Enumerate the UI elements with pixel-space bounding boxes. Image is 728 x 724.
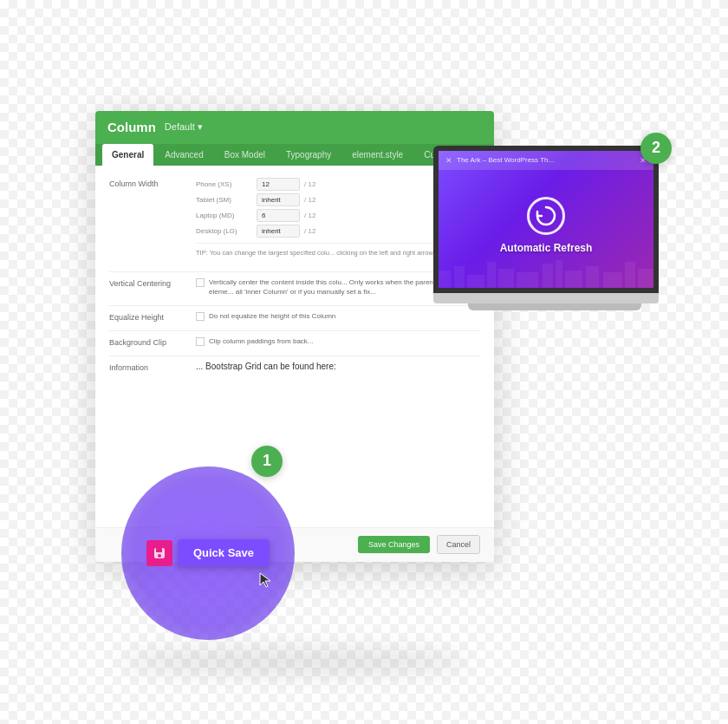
- cursor-icon: [258, 571, 274, 595]
- svg-rect-14: [156, 548, 162, 552]
- field-inputs-information: ... Bootstrap Grid can be found here:: [196, 362, 480, 371]
- cancel-button[interactable]: Cancel: [437, 535, 480, 554]
- refresh-icon: [527, 197, 565, 235]
- laptop-stand: [468, 303, 641, 310]
- svg-rect-5: [517, 272, 538, 288]
- svg-rect-4: [498, 269, 514, 288]
- sub-value-desktop[interactable]: inherit: [257, 225, 300, 238]
- sub-value-phone[interactable]: 12: [257, 178, 300, 191]
- tab-element-style[interactable]: element.style: [342, 144, 413, 166]
- screen-label: Automatic Refresh: [500, 242, 593, 254]
- main-scene: Column Default ▾ General Advanced Box Mo…: [69, 59, 659, 666]
- field-label-information: Information: [109, 362, 187, 372]
- field-label-vertical-centering: Vertical Centering: [109, 277, 187, 288]
- svg-rect-6: [543, 264, 553, 288]
- sub-label-laptop: Laptop (MD): [196, 212, 252, 219]
- sub-fraction-laptop: / 12: [304, 212, 315, 219]
- sub-fraction-phone: / 12: [304, 180, 315, 188]
- sub-label-tablet: Tablet (SM): [196, 196, 252, 204]
- tab-box-model[interactable]: Box Model: [215, 144, 275, 166]
- card-default-badge[interactable]: Default ▾: [165, 121, 203, 133]
- svg-rect-2: [467, 275, 484, 288]
- field-label-equalize-height: Equalize Height: [109, 311, 187, 322]
- laptop-base: [433, 293, 659, 303]
- city-silhouette: [439, 253, 659, 288]
- svg-rect-12: [638, 269, 653, 288]
- circle-inner: Quick Save: [146, 539, 270, 566]
- sub-label-phone: Phone (XS): [196, 180, 252, 188]
- save-changes-button[interactable]: Save Changes: [358, 536, 430, 553]
- checkbox-background-clip: Clip column paddings from back...: [196, 336, 480, 346]
- checkbox-background-clip-text: Clip column paddings from back...: [209, 336, 314, 346]
- sub-fraction-tablet: / 12: [304, 196, 315, 204]
- field-column-width: Column Width Phone (XS) 12 / 12 Tablet (…: [109, 178, 480, 264]
- laptop-screen-content: Automatic Refresh: [500, 197, 593, 254]
- sub-fraction-desktop: / 12: [304, 227, 315, 235]
- field-inputs-background-clip: Clip column paddings from back...: [196, 336, 480, 346]
- quick-save-button[interactable]: Quick Save: [178, 539, 270, 566]
- field-equalize-height: Equalize Height Do not equalize the heig…: [109, 311, 480, 322]
- sub-label-desktop: Desktop (LG): [196, 227, 252, 235]
- card-shadow: [121, 649, 468, 675]
- checkbox-equalize-height-text: Do not equalize the height of this Colum…: [209, 311, 335, 321]
- svg-rect-7: [556, 260, 562, 288]
- close-icon: ✕: [445, 156, 452, 165]
- card-header: Column Default ▾: [95, 111, 494, 144]
- sub-value-laptop[interactable]: 6: [257, 209, 300, 222]
- sub-value-tablet[interactable]: inherit: [257, 193, 300, 206]
- checkbox-vertical-centering-box[interactable]: [196, 278, 205, 287]
- information-text: ... Bootstrap Grid can be found here:: [196, 362, 336, 371]
- field-information: Information ... Bootstrap Grid can be fo…: [109, 362, 480, 372]
- card-title: Column: [107, 120, 156, 134]
- svg-rect-3: [487, 262, 496, 288]
- svg-rect-9: [586, 266, 599, 288]
- field-label-background-clip: Background Clip: [109, 336, 187, 347]
- step1-badge: 1: [251, 446, 283, 477]
- laptop-mockup: ✕ The Ark – Best WordPress Th... ✕ Autom…: [433, 146, 676, 319]
- quick-save-spotlight: Quick Save: [121, 466, 295, 640]
- field-background-clip: Background Clip Clip column paddings fro…: [109, 336, 480, 347]
- field-vertical-centering: Vertical Centering Vertically center the…: [109, 277, 480, 297]
- checkbox-background-clip-box[interactable]: [196, 337, 205, 346]
- svg-rect-1: [454, 266, 465, 288]
- svg-rect-8: [565, 271, 582, 288]
- tab-typography[interactable]: Typography: [276, 144, 341, 166]
- tab-general[interactable]: General: [102, 144, 153, 166]
- svg-rect-10: [603, 272, 622, 288]
- browser-tab-text: The Ark – Best WordPress Th...: [457, 156, 554, 164]
- field-label-column-width: Column Width: [109, 178, 187, 188]
- tab-advanced[interactable]: Advanced: [155, 144, 212, 166]
- step2-badge: 2: [640, 133, 672, 164]
- svg-rect-0: [439, 271, 452, 288]
- quick-save-icon: [146, 540, 172, 566]
- svg-point-15: [158, 554, 161, 558]
- laptop-browser-bar: ✕ The Ark – Best WordPress Th... ✕: [439, 151, 653, 170]
- laptop-screen: ✕ The Ark – Best WordPress Th... ✕ Autom…: [433, 146, 659, 293]
- checkbox-equalize-height-box[interactable]: [196, 312, 205, 321]
- svg-rect-11: [625, 262, 635, 288]
